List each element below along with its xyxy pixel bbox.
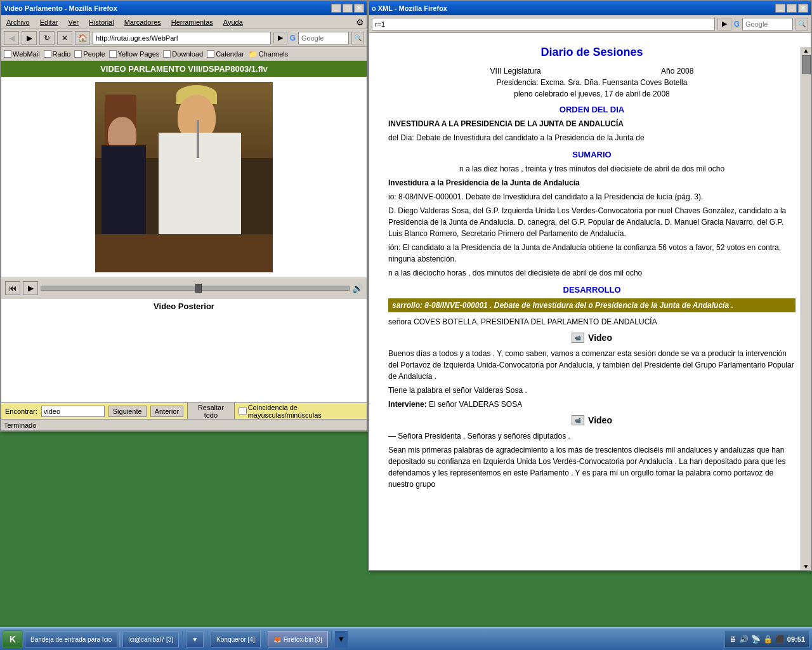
bookmark-webmail[interactable]: WebMail [4, 50, 40, 58]
video-label-2[interactable]: Video [588, 415, 612, 425]
coincidencia-check[interactable] [239, 407, 247, 415]
volume-btn[interactable]: 🔊 [352, 283, 363, 293]
find-input[interactable] [41, 406, 105, 417]
browser-right: o XML - Mozilla Firefox _ □ ✕ ▶ G 🔍 Diar… [368, 0, 812, 571]
investidura-heading: INVESTIDURA A LA PRESIDENCIA DE LA JUNTA… [388, 119, 624, 128]
scrollbar-right[interactable]: ▲ ▼ [801, 47, 811, 570]
doc-legislature: VIII Legislatura Año 2008 [388, 67, 796, 76]
go-btn-left[interactable]: ▶ [273, 32, 287, 44]
maximize-btn-left[interactable]: □ [343, 4, 353, 13]
video-next-label[interactable]: Video Posterior [1, 299, 367, 314]
minimize-btn-left[interactable]: _ [331, 4, 341, 13]
menu-archivo[interactable]: Archivo [4, 17, 32, 27]
bookmark-radio[interactable]: Radio [44, 50, 71, 58]
taskbar-item-1[interactable]: lci@canibal7 [3] [122, 631, 179, 647]
bookmark-people[interactable]: People [74, 50, 105, 58]
sep4 [331, 631, 332, 647]
clock: 09:51 [787, 635, 805, 643]
close-btn-left[interactable]: ✕ [354, 4, 364, 13]
taskbar-ff-arrow[interactable]: ▼ [335, 631, 348, 647]
scroll-up-btn[interactable]: ▲ [801, 47, 811, 54]
checkbox-webmail[interactable] [4, 50, 11, 58]
video-link-row-2[interactable]: 📹 Video [388, 415, 796, 425]
menu-historial[interactable]: Historial [86, 17, 117, 27]
system-tray: 🖥 🔊 📡 🔒 ⬛ 09:51 [724, 630, 809, 648]
search-btn-left[interactable]: 🔍 [351, 32, 364, 44]
google-icon-left: G [290, 34, 296, 43]
bookmark-download[interactable]: Download [163, 50, 203, 58]
window-controls-left: _ □ ✕ [331, 4, 364, 13]
taskbar-separator-0 [119, 631, 121, 647]
content-left: VIDEO PARLAMENTO VIII/DSPAP8003/1.flv ⏮ … [1, 61, 367, 425]
taskbar-item-4[interactable]: 🦊 Firefox-bin [3] [268, 631, 328, 647]
taskbar-item-0-label: Bandeja de entrada para Icio [30, 636, 112, 643]
investidura-speakers: D. Diego Valderas Sosa, del G.P. Izquier… [388, 205, 796, 239]
anterior-btn[interactable]: Anterior [150, 406, 184, 417]
menu-marcadores[interactable]: Marcadores [122, 17, 164, 27]
menu-editar[interactable]: Editar [37, 17, 61, 27]
url-bar-left[interactable] [93, 32, 271, 44]
forward-btn[interactable]: ▶ [22, 31, 37, 45]
taskbar-item-2[interactable]: ▼ [186, 631, 204, 647]
home-btn[interactable]: 🏠 [75, 31, 90, 45]
prev-btn[interactable]: ⏮ [5, 281, 20, 295]
maximize-btn-right[interactable]: □ [787, 4, 797, 13]
title-bar-left: Video Parlamento - Mozilla Firefox _ □ ✕ [1, 1, 367, 15]
bookmark-channels[interactable]: 📁 Channels [248, 50, 288, 58]
window-title-right: o XML - Mozilla Firefox [372, 4, 447, 12]
checkbox-radio[interactable] [44, 50, 51, 58]
start-button[interactable]: K [3, 630, 23, 648]
checkbox-download[interactable] [163, 50, 171, 58]
sean-mis: Sean mis primeras palabras de agradecimi… [388, 444, 796, 490]
menu-herramientas[interactable]: Herramientas [169, 17, 216, 27]
content-right[interactable]: Diario de Sesiones VIII Legislatura Año … [369, 33, 811, 556]
search-btn-right[interactable]: 🔍 [796, 18, 808, 30]
table-surface [95, 234, 273, 272]
checkbox-people[interactable] [74, 50, 82, 58]
bookmarks-bar-left: WebMail Radio People Yellow Pages Downlo… [1, 47, 367, 61]
taskbar-item-3[interactable]: Konqueror [4] [211, 631, 261, 647]
interviene: Interviene: El señor VALDERAS SOSA [388, 399, 796, 410]
menu-ver[interactable]: Ver [65, 17, 81, 27]
content-right-wrapper: Diario de Sesiones VIII Legislatura Año … [369, 33, 811, 570]
stop-btn[interactable]: ✕ [57, 31, 72, 45]
progress-thumb[interactable] [195, 284, 202, 293]
tools-icon[interactable]: ⚙ [356, 17, 364, 27]
scroll-down-btn[interactable]: ▼ [801, 563, 811, 570]
menu-ayuda[interactable]: Ayuda [221, 17, 246, 27]
folder-icon-channels: 📁 [248, 50, 258, 58]
sumario-text1: n a las diez horas , treinta y tres minu… [388, 163, 796, 175]
close-btn-right[interactable]: ✕ [798, 4, 808, 13]
video-header: VIDEO PARLAMENTO VIII/DSPAP8003/1.flv [1, 61, 367, 77]
bookmark-yellowpages[interactable]: Yellow Pages [109, 50, 160, 58]
interviene-label: Interviene: [388, 400, 427, 409]
reload-btn[interactable]: ↻ [39, 31, 55, 45]
minimize-btn-right[interactable]: _ [775, 4, 785, 13]
progress-bar[interactable] [41, 286, 350, 291]
microphone [197, 120, 199, 158]
go-btn-right[interactable]: ▶ [717, 18, 731, 30]
search-bar-right[interactable] [742, 18, 793, 30]
scrollbar-thumb[interactable] [802, 55, 811, 74]
checkbox-yellowpages[interactable] [109, 50, 117, 58]
url-bar-right[interactable] [372, 18, 715, 30]
play-btn[interactable]: ▶ [23, 281, 38, 295]
search-bar-left[interactable] [298, 32, 349, 44]
investidura-title-text: INVESTIDURA A LA PRESIDENCIA DE LA JUNTA… [388, 118, 796, 129]
sep2 [207, 631, 207, 647]
back-btn[interactable]: ◀ [4, 31, 19, 45]
bookmark-calendar[interactable]: Calendar [207, 50, 244, 58]
video-label-1[interactable]: Video [588, 333, 612, 343]
window-controls-right: _ □ ✕ [775, 4, 808, 13]
video-controls: ⏮ ▶ 🔊 [1, 277, 367, 299]
title-bar-right: o XML - Mozilla Firefox _ □ ✕ [369, 1, 811, 15]
coincidencia-checkbox[interactable]: Coincidencia de mayúsculas/minúsculas [239, 404, 363, 419]
taskbar-item-0[interactable]: Bandeja de entrada para Icio [25, 631, 117, 647]
bookmark-webmail-label: WebMail [13, 50, 40, 58]
siguiente-btn[interactable]: Siguiente [108, 406, 147, 417]
resaltar-btn[interactable]: Resaltar todo [187, 402, 234, 421]
checkbox-calendar[interactable] [207, 50, 214, 58]
video-icon-2: 📹 [572, 415, 584, 425]
sep3 [264, 631, 265, 647]
video-link-row-1[interactable]: 📹 Video [388, 333, 796, 343]
